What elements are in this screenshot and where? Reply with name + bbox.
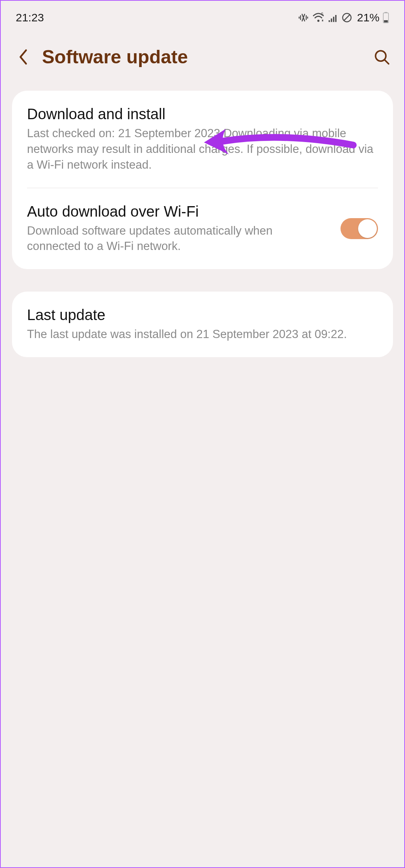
- download-install-subtitle: Last checked on: 21 September 2023 Downl…: [27, 126, 378, 173]
- svg-rect-3: [331, 18, 332, 22]
- back-button[interactable]: [12, 46, 34, 68]
- last-update-card: Last update The last update was installe…: [12, 292, 393, 357]
- svg-line-7: [344, 15, 350, 21]
- auto-download-title: Auto download over Wi-Fi: [27, 203, 329, 220]
- svg-line-12: [384, 60, 388, 64]
- last-update-title: Last update: [27, 307, 378, 323]
- header: Software update: [1, 31, 404, 91]
- clock: 21:23: [16, 11, 44, 24]
- battery-percent: 21%: [357, 11, 380, 24]
- page-title: Software update: [42, 46, 370, 68]
- update-card: Download and install Last checked on: 21…: [12, 91, 393, 269]
- wifi-icon: 6: [312, 12, 325, 23]
- svg-rect-2: [328, 20, 330, 22]
- auto-download-subtitle: Download software updates automatically …: [27, 223, 329, 254]
- battery-icon: [382, 12, 389, 23]
- auto-download-item[interactable]: Auto download over Wi-Fi Download softwa…: [12, 188, 393, 269]
- svg-text:6: 6: [321, 12, 323, 16]
- signal-icon: [328, 12, 338, 23]
- status-bar: 21:23 6 21%: [1, 1, 404, 31]
- download-install-title: Download and install: [27, 106, 378, 123]
- svg-rect-5: [335, 15, 337, 22]
- status-icons: 6 21%: [298, 11, 389, 24]
- toggle-knob: [358, 219, 377, 238]
- search-button[interactable]: [370, 46, 393, 68]
- svg-rect-10: [384, 20, 388, 22]
- last-update-subtitle: The last update was installed on 21 Sept…: [27, 326, 378, 342]
- download-install-item[interactable]: Download and install Last checked on: 21…: [12, 91, 393, 188]
- chevron-left-icon: [16, 48, 30, 66]
- last-update-item[interactable]: Last update The last update was installe…: [12, 292, 393, 357]
- svg-point-0: [317, 20, 320, 22]
- auto-download-toggle[interactable]: [340, 218, 378, 239]
- mute-icon: [298, 12, 309, 23]
- no-entry-icon: [341, 12, 352, 23]
- search-icon: [374, 49, 390, 65]
- svg-rect-4: [333, 17, 334, 22]
